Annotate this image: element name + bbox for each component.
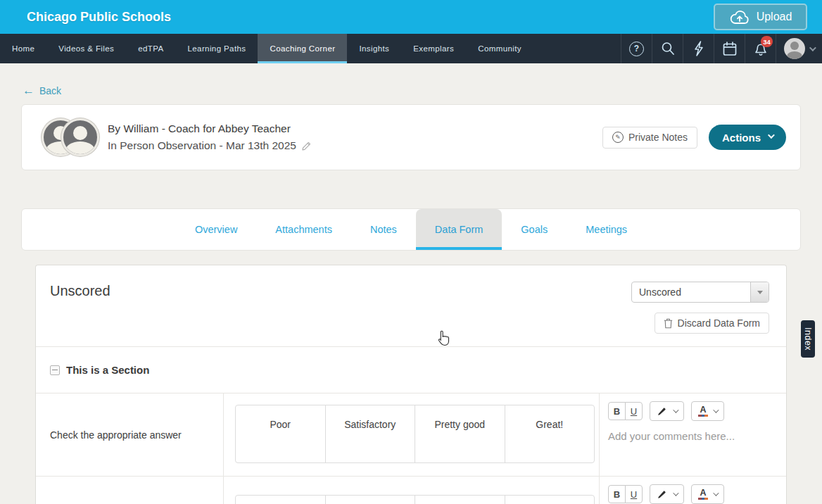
search-button[interactable]	[652, 34, 683, 63]
nav-item-exemplars[interactable]: Exemplars	[401, 34, 466, 63]
font-color-icon: A	[698, 405, 708, 417]
notifications-button[interactable]: 34	[745, 34, 776, 63]
private-notes-label: Private Notes	[628, 132, 688, 143]
quick-actions-button[interactable]	[683, 34, 714, 63]
form-question-row: Check the appropriate answer Poor Satisf…	[36, 393, 786, 476]
nav-item-videos-files[interactable]: Videos & Files	[46, 34, 126, 63]
profile-menu[interactable]	[776, 34, 822, 63]
data-form-card: Unscored Unscored Discard Data Form This…	[35, 265, 787, 504]
back-link[interactable]: ← Back	[23, 84, 61, 96]
observation-header-card: By William - Coach for Abbey Teacher In …	[21, 104, 801, 170]
question-label: Check the appropriate answer	[36, 393, 223, 476]
chevron-down-icon	[809, 44, 816, 51]
nav-item-community[interactable]: Community	[466, 34, 533, 63]
chevron-down-icon	[713, 490, 719, 496]
chevron-down-icon	[673, 407, 678, 412]
comment-input[interactable]: Add your comments here...	[608, 430, 778, 442]
nav-item-learning-paths[interactable]: Learning Paths	[176, 34, 258, 63]
app-title: Chicago Public Schools	[27, 0, 171, 34]
highlighter-icon	[657, 405, 668, 417]
section-title: This is a Section	[66, 364, 149, 376]
top-bar: Chicago Public Schools Upload	[0, 0, 822, 34]
private-note-icon: ✎	[612, 132, 624, 143]
tab-attachments[interactable]: Attachments	[256, 209, 351, 250]
calendar-button[interactable]	[714, 34, 745, 63]
question-label	[36, 477, 223, 504]
underline-button[interactable]: U	[625, 402, 643, 420]
nav-item-edtpa[interactable]: edTPA	[126, 34, 175, 63]
upload-label: Upload	[757, 11, 792, 23]
actions-button[interactable]: Actions	[709, 125, 786, 150]
back-label: Back	[39, 85, 61, 96]
nav-left: Home Videos & Files edTPA Learning Paths…	[0, 34, 533, 63]
observation-subtitle: In Person Observation - Mar 13th 2025	[108, 139, 296, 152]
option-pretty-good[interactable]: Pretty good	[415, 405, 505, 462]
caret-down-icon	[757, 291, 763, 294]
highlighter-icon	[657, 489, 668, 500]
back-arrow-icon: ←	[23, 84, 34, 96]
help-button[interactable]: ?	[621, 34, 652, 63]
chevron-down-icon	[768, 132, 775, 139]
comment-column: B U A	[600, 393, 787, 476]
teacher-avatar	[61, 118, 99, 156]
calendar-icon	[722, 41, 738, 57]
chevron-down-icon	[713, 407, 719, 412]
font-color-button[interactable]: A	[691, 401, 724, 421]
answer-column: Poor Satisfactory Pretty good Great!	[223, 393, 600, 476]
data-form-header: Unscored Unscored Discard Data Form	[36, 265, 786, 346]
private-notes-button[interactable]: ✎ Private Notes	[602, 127, 697, 149]
tab-notes[interactable]: Notes	[351, 209, 416, 250]
observation-titles: By William - Coach for Abbey Teacher In …	[108, 122, 312, 152]
select-dropdown-button[interactable]	[750, 282, 769, 302]
nav-item-coaching-corner[interactable]: Coaching Corner	[258, 34, 347, 63]
rich-text-toolbar: B U A	[608, 484, 778, 504]
answer-option-table: Poor Satisfactory Pretty good Great!	[235, 405, 595, 463]
score-select[interactable]: Unscored	[631, 282, 769, 303]
help-icon: ?	[629, 42, 644, 56]
data-form-title: Unscored	[50, 283, 110, 299]
tab-meetings[interactable]: Meetings	[567, 209, 646, 250]
profile-avatar	[784, 38, 805, 59]
nav-item-insights[interactable]: Insights	[347, 34, 401, 63]
trash-icon	[664, 318, 673, 329]
option-satisfactory[interactable]: Satisfactory	[325, 496, 415, 504]
edit-pencil-icon[interactable]	[301, 141, 312, 151]
rich-text-toolbar: B U A	[608, 401, 778, 421]
main-nav: Home Videos & Files edTPA Learning Paths…	[0, 34, 822, 63]
score-select-value: Unscored	[632, 286, 750, 298]
nav-item-home[interactable]: Home	[0, 34, 46, 63]
option-pretty-good[interactable]: Pretty good	[415, 496, 505, 504]
font-color-icon: A	[698, 489, 708, 500]
screen: Chicago Public Schools Upload Home Video…	[0, 0, 822, 504]
lightning-icon	[692, 40, 706, 57]
discard-data-form-button[interactable]: Discard Data Form	[655, 313, 769, 334]
option-great[interactable]: Great!	[505, 405, 595, 462]
answer-option-table: Poor Satisfactory Pretty good Great!	[235, 495, 595, 504]
collapse-section-icon[interactable]	[50, 365, 60, 375]
participant-avatars	[42, 118, 101, 156]
option-great[interactable]: Great!	[505, 496, 595, 504]
index-side-tab[interactable]: Index	[801, 320, 815, 358]
tab-goals[interactable]: Goals	[502, 209, 567, 250]
option-poor[interactable]: Poor	[236, 496, 325, 504]
highlight-color-button[interactable]	[650, 484, 684, 504]
tab-data-form[interactable]: Data Form	[416, 209, 502, 250]
cloud-upload-icon	[729, 10, 750, 25]
answer-column: Poor Satisfactory Pretty good Great!	[223, 477, 600, 504]
notification-badge: 34	[761, 36, 773, 47]
bold-button[interactable]: B	[608, 402, 626, 420]
font-color-button[interactable]: A	[691, 484, 724, 504]
upload-button[interactable]: Upload	[714, 4, 807, 30]
highlight-color-button[interactable]	[650, 401, 684, 421]
bold-button[interactable]: B	[608, 485, 626, 503]
tab-overview[interactable]: Overview	[176, 209, 256, 250]
discard-label: Discard Data Form	[678, 317, 760, 329]
observation-title: By William - Coach for Abbey Teacher	[108, 122, 312, 135]
underline-button[interactable]: U	[625, 485, 643, 503]
option-poor[interactable]: Poor	[236, 405, 325, 462]
option-satisfactory[interactable]: Satisfactory	[325, 405, 415, 462]
observation-tabs: Overview Attachments Notes Data Form Goa…	[21, 208, 801, 251]
form-question-row: Poor Satisfactory Pretty good Great! B U	[36, 476, 786, 504]
actions-label: Actions	[722, 132, 761, 144]
nav-right: ?	[621, 34, 822, 63]
